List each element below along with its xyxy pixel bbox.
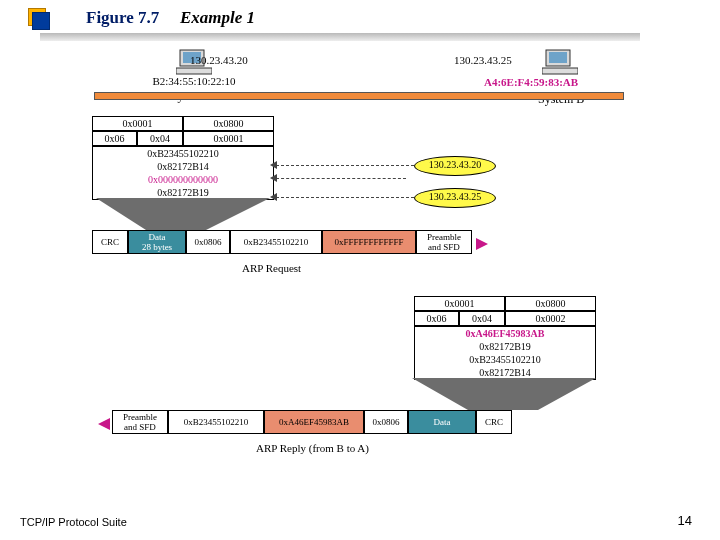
frame-pre-l2: and SFD xyxy=(419,242,469,252)
highlight-target-ip: 130.23.43.25 xyxy=(414,188,496,208)
encapsulation-trapezoid xyxy=(408,378,608,412)
dash-arrow-head xyxy=(270,174,277,182)
svg-rect-4 xyxy=(549,52,567,63)
host-b-ip: 130.23.43.25 xyxy=(454,54,512,66)
rep-op: 0x0002 xyxy=(505,311,596,326)
dash-arrow-head xyxy=(270,161,277,169)
frame-pre-l1: Preamble xyxy=(419,232,469,242)
frame-src-mac: 0xA46EF45983AB xyxy=(264,410,364,434)
frame-crc: CRC xyxy=(476,410,512,434)
frame-data: Data 28 bytes xyxy=(128,230,186,254)
computer-icon xyxy=(542,48,578,76)
req-hlen: 0x06 xyxy=(92,131,137,146)
encapsulation-trapezoid xyxy=(92,198,292,232)
host-system-b: 130.23.43.25 A4:6E:F4:59:83:AB System B xyxy=(460,48,610,76)
ethernet-reply-frame: Preamble and SFD 0xB23455102210 0xA46EF4… xyxy=(112,410,512,434)
frame-preamble: Preamble and SFD xyxy=(416,230,472,254)
figure-title: Example 1 xyxy=(180,8,255,28)
rep-htype: 0x0001 xyxy=(414,296,505,311)
arp-request-packet: 0x0001 0x0800 0x06 0x04 0x0001 0xB234551… xyxy=(92,116,274,200)
page-number: 14 xyxy=(678,513,692,528)
req-op: 0x0001 xyxy=(183,131,274,146)
req-tha: 0x000000000000 xyxy=(93,173,273,186)
frame-data-l2: 28 bytes xyxy=(131,242,183,252)
req-spa: 0x82172B14 xyxy=(93,160,273,173)
rep-ptype: 0x0800 xyxy=(505,296,596,311)
frame-pre-l2: and SFD xyxy=(115,422,165,432)
req-sha: 0xB23455102210 xyxy=(93,147,273,160)
svg-marker-6 xyxy=(96,198,270,230)
req-plen: 0x04 xyxy=(137,131,183,146)
diagram: 130.23.43.20 B2:34:55:10:22:10 System A … xyxy=(92,48,632,498)
network-link xyxy=(94,92,624,100)
ethernet-request-frame: CRC Data 28 bytes 0x0806 0xB23455102210 … xyxy=(92,230,472,254)
frame-dst-mac: 0xB23455102210 xyxy=(168,410,264,434)
figure-number: Figure 7.7 xyxy=(86,8,159,28)
host-a-ip: 130.23.43.20 xyxy=(190,54,248,66)
svg-rect-5 xyxy=(542,68,578,74)
frame-dst-mac: 0xFFFFFFFFFFFF xyxy=(322,230,416,254)
title-underline xyxy=(40,33,640,41)
reply-caption: ARP Reply (from B to A) xyxy=(256,442,369,454)
frame-type: 0x0806 xyxy=(364,410,408,434)
frame-preamble: Preamble and SFD xyxy=(112,410,168,434)
svg-marker-7 xyxy=(412,378,596,410)
req-ptype: 0x0800 xyxy=(183,116,274,131)
svg-rect-2 xyxy=(176,68,212,74)
slide-bullet xyxy=(28,8,50,30)
dash-arrow xyxy=(276,178,406,179)
rep-sha: 0xA46EF45983AB xyxy=(415,327,595,340)
request-caption: ARP Request xyxy=(242,262,301,274)
dash-arrow xyxy=(276,197,414,198)
host-a-mac: B2:34:55:10:22:10 xyxy=(134,75,254,87)
frame-pre-l1: Preamble xyxy=(115,412,165,422)
rep-plen: 0x04 xyxy=(459,311,505,326)
rep-spa: 0x82172B19 xyxy=(415,340,595,353)
arrow-right-icon xyxy=(476,238,488,250)
rep-tha: 0xB23455102210 xyxy=(415,353,595,366)
frame-data-l1: Data xyxy=(131,232,183,242)
frame-type: 0x0806 xyxy=(186,230,230,254)
rep-hlen: 0x06 xyxy=(414,311,459,326)
host-b-mac: A4:6E:F4:59:83:AB xyxy=(484,76,578,88)
arrow-left-icon xyxy=(98,418,110,430)
arp-reply-packet: 0x0001 0x0800 0x06 0x04 0x0002 0xA46EF45… xyxy=(414,296,596,380)
footer-text: TCP/IP Protocol Suite xyxy=(20,516,127,528)
frame-crc: CRC xyxy=(92,230,128,254)
dash-arrow xyxy=(276,165,414,166)
frame-src-mac: 0xB23455102210 xyxy=(230,230,322,254)
req-htype: 0x0001 xyxy=(92,116,183,131)
frame-data: Data xyxy=(408,410,476,434)
highlight-sender-ip: 130.23.43.20 xyxy=(414,156,496,176)
